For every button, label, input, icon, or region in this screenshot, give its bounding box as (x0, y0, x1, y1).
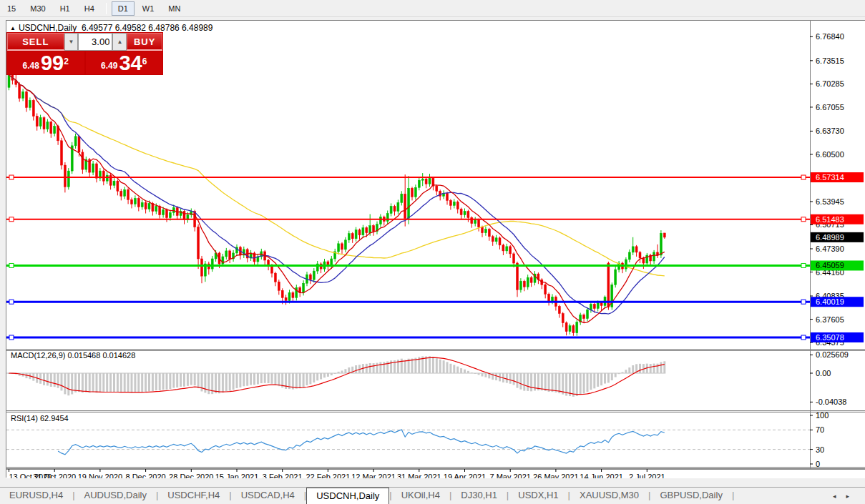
svg-text:26 May 2021: 26 May 2021 (533, 473, 579, 478)
tab-gbpusd-daily[interactable]: GBPUSD,Daily (650, 488, 731, 504)
tab-audusd-daily[interactable]: AUDUSD,Daily (75, 488, 156, 504)
buy-price-button[interactable]: 6.49346 (86, 51, 163, 74)
svg-text:28 Dec 2020: 28 Dec 2020 (169, 473, 213, 478)
svg-text:8 Dec 2020: 8 Dec 2020 (125, 473, 165, 478)
sell-price-button[interactable]: 6.48992 (7, 51, 84, 74)
tab-usdchf-h4[interactable]: USDCHF,H4 (158, 488, 229, 504)
macd-label: MACD(12,26,9) 0.015468 0.014628 (11, 351, 135, 360)
timeframe-toolbar: 15M30H1H4D1W1MN (0, 0, 865, 17)
tab-dj30-h1[interactable]: DJ30,H1 (451, 488, 507, 504)
buy-price-pip: 6 (142, 49, 147, 74)
price-tag-6.40019: 6.40019 (811, 297, 864, 307)
current-price-tag: 6.48989 (811, 232, 864, 242)
tab-xauusd-m30[interactable]: XAUUSD,M30 (570, 488, 648, 504)
rsi-label: RSI(14) 62.9454 (11, 414, 69, 423)
svg-text:6.67055: 6.67055 (816, 103, 844, 112)
svg-text:100: 100 (816, 411, 829, 420)
svg-text:6.48989: 6.48989 (816, 233, 844, 242)
svg-text:6.35078: 6.35078 (816, 333, 844, 342)
tab-ukoil-h4[interactable]: UKOil,H4 (392, 488, 449, 504)
buy-button[interactable]: BUY (127, 33, 162, 51)
price-tag-6.45059: 6.45059 (811, 260, 864, 270)
symbol-label: USDCNH,Daily (19, 23, 77, 33)
sell-price-pip: 2 (64, 49, 69, 74)
tabs-scroll-left-icon[interactable]: ◂ (833, 493, 846, 500)
buy-price-prefix: 6.49 (101, 58, 117, 74)
svg-text:15 Jan 2021: 15 Jan 2021 (215, 473, 259, 478)
trading-terminal: 15M30H1H4D1W1MN 6.768406.735156.702856.6… (0, 0, 865, 504)
tab-divider: | (732, 488, 734, 504)
sell-price-big: 99 (41, 53, 64, 74)
price-axis[interactable]: 6.768406.735156.702856.670556.637306.605… (810, 21, 849, 469)
sell-button[interactable]: SELL (7, 33, 64, 51)
toolbar-separator (106, 3, 107, 14)
svg-text:6.40019: 6.40019 (816, 297, 844, 306)
timeframe-button-h1[interactable]: H1 (54, 1, 77, 16)
timeframe-button-15[interactable]: 15 (1, 1, 22, 16)
price-chart[interactable]: 6.768406.735156.702856.670556.637306.605… (6, 21, 865, 478)
timeframe-button-w1[interactable]: W1 (136, 1, 161, 16)
svg-text:14 Jun 2021: 14 Jun 2021 (580, 473, 623, 478)
price-tag-6.57314: 6.57314 (811, 172, 864, 182)
timeframe-button-m30[interactable]: M30 (24, 1, 52, 16)
svg-text:3 Feb 2021: 3 Feb 2021 (263, 473, 303, 478)
svg-text:0.00: 0.00 (816, 369, 831, 377)
svg-text:22 Feb 2021: 22 Feb 2021 (306, 473, 351, 478)
svg-text:12 Mar 2021: 12 Mar 2021 (351, 473, 396, 478)
chart-window: 6.768406.735156.702856.670556.637306.605… (6, 20, 865, 478)
svg-text:31 Mar 2021: 31 Mar 2021 (397, 473, 441, 478)
svg-text:70: 70 (816, 425, 824, 434)
svg-text:6.73515: 6.73515 (816, 56, 844, 65)
buy-price-big: 34 (119, 53, 142, 74)
svg-text:6.57314: 6.57314 (816, 173, 844, 182)
symbol-tab-bar: EURUSD,H4|AUDUSD,Daily|USDCHF,H4|USDCAD,… (0, 487, 865, 504)
tab-eurusd-h4[interactable]: EURUSD,H4 (0, 488, 72, 504)
svg-text:30: 30 (816, 445, 824, 454)
timeframe-button-d1[interactable]: D1 (112, 1, 135, 16)
volume-increase-button[interactable]: ▲ (112, 33, 127, 51)
svg-text:19 Apr 2021: 19 Apr 2021 (444, 473, 486, 478)
svg-text:19 Nov 2020: 19 Nov 2020 (78, 473, 122, 478)
svg-text:6.60500: 6.60500 (816, 150, 844, 159)
tab-usdx-h1[interactable]: USDX,H1 (509, 488, 567, 504)
svg-text:6.45059: 6.45059 (816, 261, 844, 270)
svg-text:6.70285: 6.70285 (816, 79, 844, 88)
svg-text:7 May 2021: 7 May 2021 (489, 473, 530, 478)
ohlc-values: 6.49577 6.49582 6.48786 6.48989 (82, 23, 213, 33)
svg-text:0.025609: 0.025609 (816, 350, 849, 359)
one-click-trade-panel: SELL ▼ ▲ BUY 6.48992 6.49346 (6, 32, 163, 75)
chart-area[interactable] (6, 21, 810, 469)
volume-decrease-button[interactable]: ▼ (64, 33, 79, 51)
svg-text:6.63730: 6.63730 (816, 127, 844, 135)
chart-title: ▲USDCNH,Daily 6.49577 6.49582 6.48786 6.… (10, 23, 212, 33)
svg-text:6.53945: 6.53945 (816, 197, 844, 206)
collapse-triangle-icon[interactable]: ▲ (10, 25, 16, 31)
sell-price-prefix: 6.48 (23, 58, 39, 74)
svg-text:6.47390: 6.47390 (816, 244, 844, 253)
price-tag-6.51483: 6.51483 (811, 214, 864, 224)
tab-usdcnh-daily[interactable]: USDCNH,Daily (306, 488, 389, 504)
price-tag-6.35078: 6.35078 (811, 332, 864, 342)
volume-input[interactable] (78, 33, 112, 51)
svg-text:31 Oct 2020: 31 Oct 2020 (33, 473, 76, 478)
tabs-scroll-right-icon[interactable]: ▸ (846, 493, 859, 500)
svg-text:-0.04038: -0.04038 (816, 397, 846, 406)
svg-text:6.37605: 6.37605 (816, 315, 844, 324)
svg-text:6.51483: 6.51483 (816, 215, 844, 224)
tab-usdcad-h4[interactable]: USDCAD,H4 (232, 488, 304, 504)
timeframe-button-h4[interactable]: H4 (78, 1, 101, 16)
svg-text:6.76840: 6.76840 (816, 32, 844, 41)
svg-text:0: 0 (816, 460, 820, 468)
timeframe-button-mn[interactable]: MN (162, 1, 187, 16)
svg-text:2 Jul 2021: 2 Jul 2021 (629, 473, 665, 478)
